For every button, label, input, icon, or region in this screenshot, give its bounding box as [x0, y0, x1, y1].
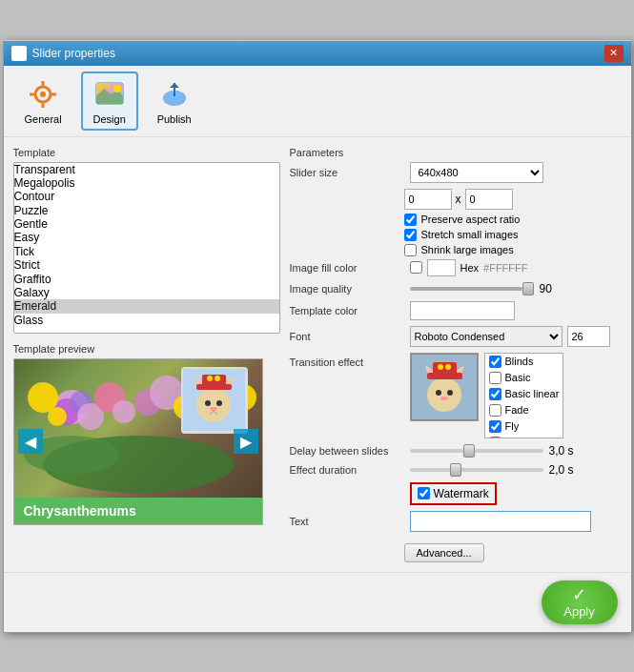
- title-bar-left: Slider properties: [11, 46, 115, 61]
- fill-color-swatch[interactable]: [427, 259, 456, 276]
- svg-point-34: [205, 400, 211, 406]
- apply-check-icon: ✓: [572, 586, 586, 603]
- effect-fade-checkbox[interactable]: [489, 404, 501, 417]
- quality-controls: 90: [410, 282, 552, 295]
- svg-point-36: [210, 407, 217, 411]
- apply-button[interactable]: ✓ Apply: [542, 580, 618, 624]
- duration-thumb: [450, 463, 461, 477]
- transition-controls: Blinds Basic Basic linear Fade: [410, 353, 564, 438]
- delay-label: Delay between slides: [290, 445, 404, 457]
- text-input[interactable]: Watermark: [410, 511, 591, 532]
- toolbar: General De: [4, 66, 631, 137]
- svg-point-39: [207, 376, 213, 381]
- image-fill-label: Image fill color: [290, 262, 404, 274]
- tab-general[interactable]: General: [13, 71, 73, 131]
- size-x-input[interactable]: [404, 189, 452, 210]
- effects-list: Blinds Basic Basic linear Fade: [484, 353, 564, 438]
- delay-controls: 3,0 s: [410, 444, 574, 458]
- design-icon: [92, 77, 127, 112]
- slider-size-select[interactable]: 640x480 800x600 1024x768: [410, 162, 543, 183]
- effect-fly: Fly: [485, 418, 563, 435]
- hex-input[interactable]: [483, 259, 550, 276]
- effect-blinds-checkbox[interactable]: [489, 356, 501, 368]
- svg-point-29: [196, 388, 231, 422]
- svg-point-1: [40, 92, 46, 97]
- font-select[interactable]: Roboto Condensed Arial: [410, 326, 562, 347]
- template-color-input[interactable]: #ffffff: [410, 301, 515, 320]
- preserve-aspect-checkbox[interactable]: [404, 214, 417, 226]
- advanced-button[interactable]: Advanced...: [404, 543, 484, 562]
- tab-design[interactable]: Design: [81, 71, 138, 131]
- main-window: Slider properties ✕ General: [3, 40, 632, 633]
- general-icon: [26, 77, 60, 112]
- tab-design-label: Design: [93, 113, 126, 125]
- template-option-glass[interactable]: Glass: [14, 314, 279, 327]
- svg-point-53: [445, 364, 451, 370]
- slider-size-label: Slider size: [290, 167, 404, 178]
- quality-slider[interactable]: [410, 287, 534, 291]
- tab-publish[interactable]: Publish: [146, 71, 203, 131]
- preview-box: Chrysanthemums ◀ ▶: [13, 358, 263, 525]
- svg-point-9: [113, 85, 121, 92]
- template-list[interactable]: Transparent Megalopolis Contour Puzzle G…: [13, 162, 280, 334]
- effect-fade-label: Fade: [505, 404, 529, 416]
- template-option-gentle[interactable]: Gentle: [14, 217, 279, 231]
- effect-basic-linear-checkbox[interactable]: [489, 388, 501, 400]
- preview-section-title: Template preview: [13, 343, 280, 355]
- text-label: Text: [290, 516, 404, 527]
- font-size-input[interactable]: [567, 326, 610, 347]
- svg-rect-38: [202, 375, 226, 386]
- close-button[interactable]: ✕: [604, 45, 624, 62]
- svg-point-47: [436, 390, 441, 396]
- shrink-large-checkbox[interactable]: [404, 244, 417, 256]
- effect-blinds: Blinds: [485, 354, 563, 370]
- tab-general-label: General: [25, 113, 62, 125]
- delay-slider[interactable]: [410, 449, 543, 453]
- delay-thumb: [463, 444, 475, 458]
- svg-point-18: [112, 400, 135, 423]
- duration-value: 2,0 s: [549, 463, 574, 477]
- template-option-transparent[interactable]: Transparent: [14, 163, 279, 176]
- effect-preview-thumb: [410, 353, 479, 421]
- fill-color-checkbox[interactable]: [410, 261, 422, 274]
- watermark-row: Watermark: [290, 482, 622, 505]
- window-title: Slider properties: [32, 47, 115, 60]
- template-option-tick[interactable]: Tick: [14, 245, 279, 258]
- text-row: Text Watermark: [290, 511, 622, 532]
- effect-fly-checkbox[interactable]: [489, 420, 501, 433]
- svg-point-52: [438, 364, 443, 370]
- image-quality-row: Image quality 90: [290, 282, 622, 295]
- template-option-strict[interactable]: Strict: [14, 258, 279, 272]
- effect-blinds-label: Blinds: [505, 356, 534, 367]
- effect-basic: Basic: [485, 370, 563, 386]
- template-option-emerald[interactable]: Emerald: [14, 299, 279, 313]
- effect-flip-checkbox[interactable]: [489, 437, 501, 438]
- effect-basic-checkbox[interactable]: [489, 372, 501, 384]
- template-option-graffito[interactable]: Graffito: [14, 273, 279, 286]
- template-option-contour[interactable]: Contour: [14, 190, 279, 203]
- effect-fly-label: Fly: [505, 420, 520, 432]
- stretch-small-checkbox[interactable]: [404, 229, 417, 241]
- size-inputs-row: x: [404, 189, 622, 210]
- svg-point-35: [216, 400, 222, 406]
- template-option-galaxy[interactable]: Galaxy: [14, 286, 279, 299]
- slider-size-row: Slider size 640x480 800x600 1024x768: [290, 162, 622, 183]
- preview-caption: Chrysanthemums: [14, 498, 262, 524]
- title-bar: Slider properties ✕: [4, 41, 631, 66]
- svg-point-49: [440, 397, 448, 400]
- preview-next-button[interactable]: ▶: [234, 429, 258, 454]
- template-option-easy[interactable]: Easy: [14, 231, 279, 244]
- preview-prev-button[interactable]: ◀: [18, 429, 43, 454]
- delay-row: Delay between slides 3,0 s: [290, 444, 622, 458]
- template-option-megalopolis[interactable]: Megalopolis: [14, 176, 279, 190]
- watermark-checkbox[interactable]: [418, 487, 430, 499]
- duration-slider[interactable]: [410, 468, 543, 472]
- stretch-small-label: Stretch small images: [421, 229, 519, 240]
- stretch-small-row: Stretch small images: [404, 229, 622, 241]
- hex-label: Hex: [460, 262, 480, 274]
- watermark-label: Watermark: [434, 487, 489, 500]
- shrink-large-label: Shrink large images: [421, 244, 514, 255]
- right-panel: Parameters Slider size 640x480 800x600 1…: [290, 147, 622, 562]
- size-y-input[interactable]: [465, 189, 513, 210]
- template-option-puzzle[interactable]: Puzzle: [14, 204, 279, 217]
